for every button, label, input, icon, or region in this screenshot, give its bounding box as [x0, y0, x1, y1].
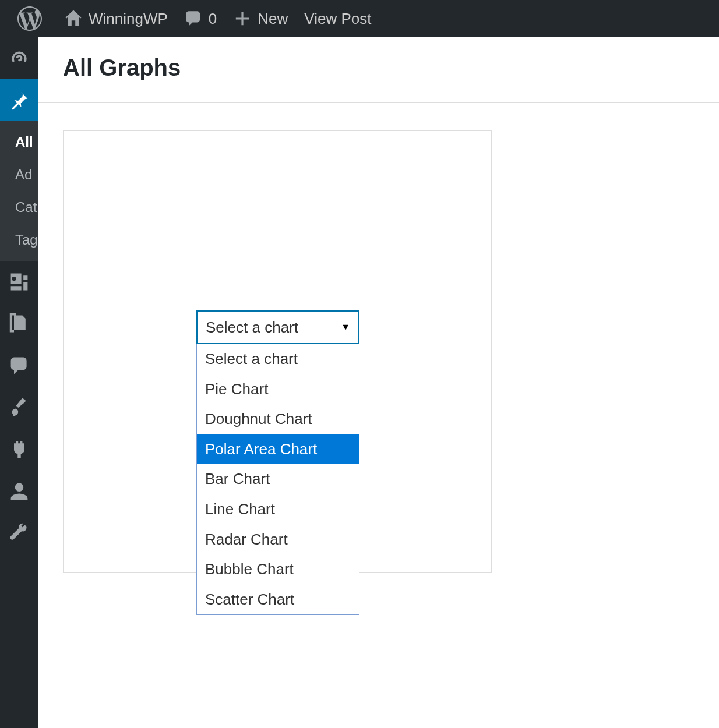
graph-box: Select a chart ▼ Select a chart Pie Char… — [63, 130, 492, 573]
media-icon — [9, 271, 30, 292]
comments-link[interactable]: 0 — [176, 0, 225, 37]
page-title: All Graphs — [38, 37, 719, 102]
site-home-link[interactable]: WinningWP — [56, 0, 176, 37]
wordpress-logo[interactable] — [9, 0, 56, 37]
dashboard-icon — [9, 48, 30, 69]
comment-icon — [184, 9, 203, 28]
sidebar-item-users[interactable] — [0, 471, 38, 513]
comments-count: 0 — [209, 10, 217, 28]
divider — [38, 102, 719, 103]
dropdown-option[interactable]: Bar Chart — [197, 464, 359, 494]
sidebar-sub-categories[interactable]: Cat — [0, 191, 38, 224]
pin-icon — [9, 90, 30, 111]
dropdown-option[interactable]: Bubble Chart — [197, 554, 359, 585]
chart-type-select[interactable]: Select a chart ▼ — [196, 310, 360, 344]
brush-icon — [9, 397, 30, 418]
sidebar-sub-all[interactable]: All — [0, 126, 38, 158]
sidebar-item-comments[interactable] — [0, 345, 38, 387]
user-icon — [9, 481, 30, 502]
dropdown-option[interactable]: Radar Chart — [197, 525, 359, 555]
site-name: WinningWP — [89, 10, 168, 28]
sidebar-item-pages[interactable] — [0, 303, 38, 345]
pages-icon — [9, 313, 30, 334]
sidebar-item-tools[interactable] — [0, 513, 38, 554]
new-label: New — [258, 10, 288, 28]
sidebar-item-plugins[interactable] — [0, 429, 38, 471]
sidebar-item-dashboard[interactable] — [0, 37, 38, 79]
dropdown-option[interactable]: Doughnut Chart — [197, 404, 359, 434]
select-current-value: Select a chart — [206, 319, 298, 337]
admin-bar: WinningWP 0 New View Post — [0, 0, 719, 37]
home-icon — [64, 9, 83, 28]
chart-type-dropdown: Select a chart Pie Chart Doughnut Chart … — [196, 344, 360, 615]
main-content: All Graphs Select a chart ▼ Select a cha… — [38, 37, 719, 728]
wordpress-icon — [17, 6, 42, 31]
sidebar-item-posts[interactable] — [0, 79, 38, 121]
plugin-icon — [9, 439, 30, 460]
comments-icon — [9, 355, 30, 376]
sidebar-sub-tags[interactable]: Tag — [0, 224, 38, 256]
view-post-link[interactable]: View Post — [296, 0, 379, 37]
wrench-icon — [9, 523, 30, 544]
new-content-link[interactable]: New — [225, 0, 296, 37]
dropdown-option[interactable]: Scatter Chart — [197, 585, 359, 615]
dropdown-option[interactable]: Line Chart — [197, 494, 359, 525]
chevron-down-icon: ▼ — [341, 322, 350, 333]
admin-sidebar: All Ad Cat Tag — [0, 37, 38, 728]
plus-icon — [233, 9, 252, 28]
dropdown-option[interactable]: Polar Area Chart — [197, 434, 359, 465]
sidebar-sub-add[interactable]: Ad — [0, 158, 38, 191]
sidebar-submenu: All Ad Cat Tag — [0, 121, 38, 261]
dropdown-option[interactable]: Pie Chart — [197, 374, 359, 405]
sidebar-item-appearance[interactable] — [0, 387, 38, 429]
dropdown-option[interactable]: Select a chart — [197, 344, 359, 374]
sidebar-item-media[interactable] — [0, 261, 38, 303]
view-post-label: View Post — [304, 10, 371, 28]
